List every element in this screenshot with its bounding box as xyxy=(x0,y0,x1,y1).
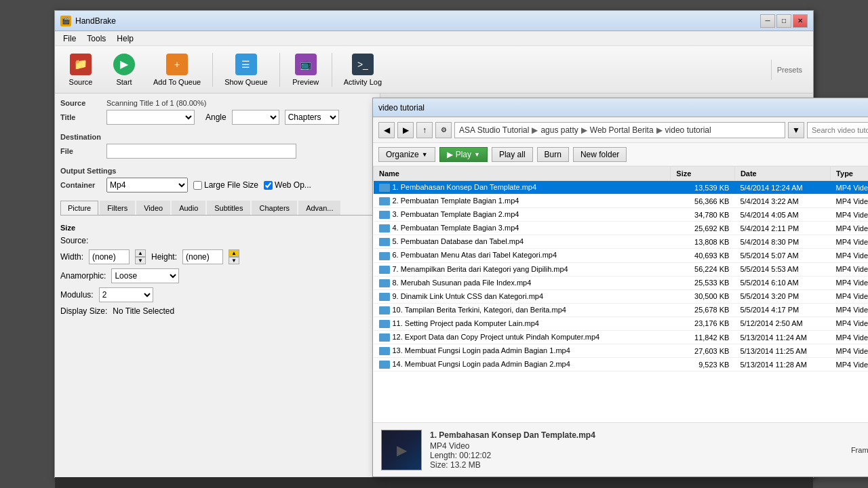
menu-help[interactable]: Help xyxy=(111,33,139,45)
tab-chapters[interactable]: Chapters xyxy=(252,201,297,215)
table-row[interactable]: 1. Pembahasan Konsep Dan Template.mp4 13… xyxy=(374,181,869,195)
table-row[interactable]: 14. Membuat Fungsi Login pada Admin Bagi… xyxy=(374,358,869,371)
table-row[interactable]: 10. Tampilan Berita Terkini, Kategori, d… xyxy=(374,303,869,317)
tab-filters[interactable]: Filters xyxy=(100,201,135,215)
menu-tools[interactable]: Tools xyxy=(81,33,111,45)
table-row[interactable]: 6. Pembuatan Menu Atas dari Tabel Katego… xyxy=(374,249,869,262)
table-row[interactable]: 5. Pembuatan Database dan Tabel.mp4 13,8… xyxy=(374,235,869,249)
angle-select[interactable] xyxy=(232,110,279,125)
width-input[interactable] xyxy=(89,249,130,264)
fb-back-button[interactable]: ◀ xyxy=(378,122,395,138)
source-button[interactable]: 📁 Source xyxy=(60,50,101,89)
table-row[interactable]: 7. Menampilkan Berita dari Kategori yang… xyxy=(374,262,869,276)
display-size-value: No Title Selected xyxy=(113,306,174,316)
table-row[interactable]: 9. Dinamik Link Untuk CSS dan Kategori.m… xyxy=(374,289,869,303)
web-opt-checkbox[interactable] xyxy=(264,181,273,190)
angle-field-label: Angle xyxy=(205,113,226,122)
height-input[interactable] xyxy=(182,249,223,264)
play-button[interactable]: ▶ Play ▼ xyxy=(439,147,488,162)
close-button[interactable]: ✕ xyxy=(793,14,808,28)
activity-log-button[interactable]: >_ Activity Log xyxy=(338,50,388,89)
fb-refresh-button[interactable]: ⚙ xyxy=(435,122,452,138)
play-all-label: Play all xyxy=(499,150,526,159)
web-opt-label: Web Op... xyxy=(275,180,311,190)
col-size[interactable]: Size xyxy=(671,167,735,181)
file-field-label: File xyxy=(60,147,101,155)
organize-button[interactable]: Organize ▼ xyxy=(378,147,435,162)
height-spinner: ▲ ▼ xyxy=(229,249,239,264)
preview-button[interactable]: 📺 Preview xyxy=(285,50,326,89)
organize-arrow-icon: ▼ xyxy=(422,151,428,158)
tab-picture[interactable]: Picture xyxy=(60,201,98,215)
chapters-select[interactable]: Chapters xyxy=(285,110,339,125)
destination-section: Destination File xyxy=(60,133,374,161)
new-folder-button[interactable]: New folder xyxy=(573,147,627,162)
file-input[interactable] xyxy=(106,144,296,159)
large-file-label: Large File Size xyxy=(204,180,258,190)
width-down-btn[interactable]: ▼ xyxy=(135,257,146,264)
tab-video[interactable]: Video xyxy=(136,201,170,215)
col-type[interactable]: Type xyxy=(831,167,868,181)
table-row[interactable]: 8. Merubah Susunan pada File Index.mp4 2… xyxy=(374,276,869,289)
anamorphic-select[interactable]: Loose xyxy=(111,268,179,283)
title-select[interactable] xyxy=(106,110,195,125)
tab-subtitles[interactable]: Subtitles xyxy=(207,201,250,215)
col-name[interactable]: Name xyxy=(374,167,671,181)
title-bar: 🎬 HandBrake ─ □ ✕ xyxy=(55,11,813,31)
start-button[interactable]: ▶ Start xyxy=(104,50,144,89)
maximize-button[interactable]: □ xyxy=(776,14,791,28)
width-spinner: ▲ ▼ xyxy=(135,249,146,264)
fb-path-bar: ASA Studio Tutorial ▶ agus patty ▶ Web P… xyxy=(454,122,785,138)
width-label: Width: xyxy=(60,252,83,262)
add-to-queue-button[interactable]: + Add To Queue xyxy=(147,50,207,89)
fb-search-input[interactable] xyxy=(807,122,868,138)
tab-audio[interactable]: Audio xyxy=(172,201,205,215)
burn-label: Burn xyxy=(545,150,561,159)
fb-path-item-2[interactable]: agus patty xyxy=(540,125,578,135)
menu-file[interactable]: File xyxy=(58,33,81,45)
modulus-label: Modulus: xyxy=(60,290,94,300)
activity-log-label: Activity Log xyxy=(344,78,382,86)
fb-file-list: Name Size Date Type Length 1. Pembahasan… xyxy=(373,166,868,422)
file-browser: video tutorial ✕ ◀ ▶ ↑ ⚙ ASA Studio Tuto… xyxy=(372,98,868,477)
width-up-btn[interactable]: ▲ xyxy=(135,249,146,257)
display-size-label: Display Size: xyxy=(60,306,107,316)
tab-advanced[interactable]: Advan... xyxy=(298,201,340,215)
fb-path-item-1[interactable]: ASA Studio Tutorial xyxy=(459,125,529,135)
burn-button[interactable]: Burn xyxy=(537,147,569,162)
toolbar-separator-3 xyxy=(332,53,332,87)
show-queue-button[interactable]: ☰ Show Queue xyxy=(218,50,274,89)
fb-path-item-3[interactable]: Web Portal Berita xyxy=(590,125,654,135)
container-select[interactable]: Mp4 xyxy=(106,178,188,192)
table-row[interactable]: 4. Pembuatan Template Bagian 3.mp4 25,69… xyxy=(374,222,869,235)
app-title: HandBrake xyxy=(75,16,116,26)
app-icon: 🎬 xyxy=(60,16,71,26)
toolbar-separator-1 xyxy=(212,53,213,87)
height-up-btn[interactable]: ▲ xyxy=(229,249,239,257)
table-row[interactable]: 13. Membuat Fungsi Login pada Admin Bagi… xyxy=(374,344,869,358)
height-down-btn[interactable]: ▼ xyxy=(229,257,239,264)
play-icon: ▶ xyxy=(447,150,453,159)
play-all-button[interactable]: Play all xyxy=(492,147,533,162)
table-row[interactable]: 12. Export Data dan Copy Project untuk P… xyxy=(374,331,869,344)
table-row[interactable]: 3. Pembuatan Template Bagian 2.mp4 34,78… xyxy=(374,208,869,222)
title-field-label: Title xyxy=(60,113,101,121)
modulus-select[interactable]: 2 xyxy=(99,287,153,302)
source-icon: 📁 xyxy=(70,54,92,75)
files-table: Name Size Date Type Length 1. Pembahasan… xyxy=(373,166,868,371)
source-size-label: Source: xyxy=(60,236,88,245)
table-row[interactable]: 11. Setting Project pada Komputer Lain.m… xyxy=(374,317,869,330)
fb-forward-button[interactable]: ▶ xyxy=(397,122,414,138)
fb-nav-bar: ◀ ▶ ↑ ⚙ ASA Studio Tutorial ▶ agus patty… xyxy=(373,117,868,143)
destination-label: Destination xyxy=(60,133,374,141)
table-row[interactable]: 2. Pembuatan Template Bagian 1.mp4 56,36… xyxy=(374,195,869,208)
minimize-button[interactable]: ─ xyxy=(760,14,775,28)
fb-nav-extra[interactable]: ▼ xyxy=(788,122,804,138)
col-date[interactable]: Date xyxy=(734,167,830,181)
picture-section: Size Source: Width: ▲ ▼ Height: ▲ xyxy=(60,221,374,323)
new-folder-label: New folder xyxy=(580,150,619,159)
window-controls: ─ □ ✕ xyxy=(760,14,808,28)
fb-path-item-4[interactable]: video tutorial xyxy=(665,125,711,135)
fb-up-button[interactable]: ↑ xyxy=(416,122,433,138)
large-file-checkbox[interactable] xyxy=(193,181,202,190)
